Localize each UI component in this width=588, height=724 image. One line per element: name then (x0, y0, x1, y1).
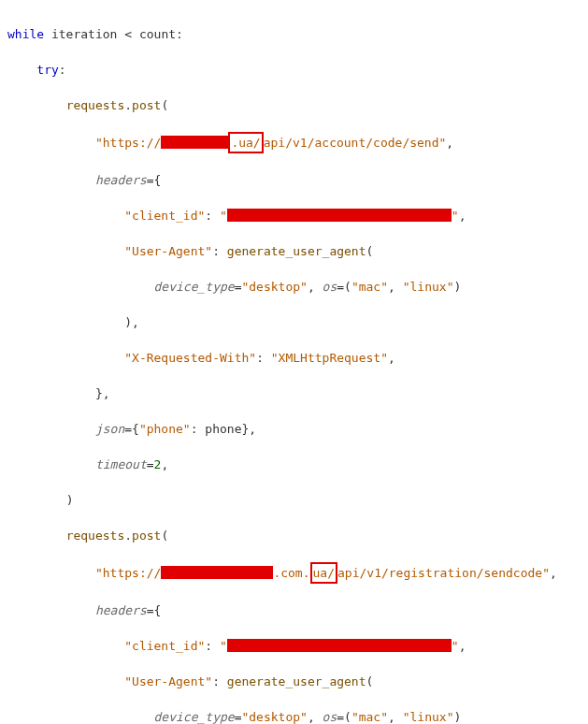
redacted-block (227, 639, 452, 652)
param-json: json (95, 422, 124, 436)
redacted-block (161, 566, 273, 579)
fn-generate: generate_user_agent (227, 244, 366, 258)
string-key: "User-Agent" (124, 674, 212, 688)
colon: : (59, 63, 66, 77)
colon: : (212, 244, 227, 258)
paren-open: ( (366, 244, 374, 258)
string-linux: "linux" (403, 280, 454, 294)
paren-open: ( (344, 710, 351, 724)
param-os: os (323, 280, 337, 294)
string-mac: "mac" (351, 710, 388, 724)
code-line: "User-Agent": generate_user_agent( (7, 242, 588, 260)
dot: . (124, 98, 132, 112)
fn-requests: requests (66, 529, 125, 543)
brace-open: { (132, 422, 139, 436)
code-line: }, (7, 384, 588, 402)
code-line: headers={ (7, 601, 588, 619)
code-line: timeout=2, (7, 456, 588, 473)
comma: , (459, 209, 466, 223)
string-key: "X-Requested-With" (124, 351, 256, 365)
dot: . (124, 529, 132, 543)
brace-open: { (154, 173, 162, 187)
code-line: headers={ (7, 171, 588, 189)
brace-close: }, (241, 422, 256, 436)
paren-open: ( (344, 280, 351, 294)
fn-generate: generate_user_agent (227, 674, 366, 688)
highlight-box-ua: ua/ (310, 562, 337, 584)
comma: , (161, 457, 168, 471)
paren-close: ) (453, 710, 461, 724)
string-url: "https:// (95, 136, 161, 150)
eq: = (337, 280, 344, 294)
string-key: "client_id" (124, 209, 205, 223)
string-desktop: "desktop" (241, 280, 307, 294)
brace-close: }, (95, 386, 110, 400)
param-device: device_type (154, 710, 235, 724)
comma: , (388, 351, 395, 365)
code-line: "client_id": "", (7, 637, 588, 655)
paren-open: ( (161, 98, 168, 112)
eq: = (337, 710, 344, 724)
code-line: "User-Agent": generate_user_agent( (7, 673, 588, 690)
comma: , (308, 710, 323, 724)
code-line: "https://.ua/api/v1/account/code/send", (7, 132, 588, 153)
param-os: os (323, 710, 337, 724)
string-url-tail: api/v1/account/code/send" (264, 136, 447, 150)
colon: : (256, 351, 271, 365)
op-lt: < (124, 27, 132, 41)
code-line: json={"phone": phone}, (7, 420, 588, 438)
paren-close: ), (124, 315, 139, 329)
string-key: "User-Agent" (124, 244, 212, 258)
highlight-box-ua: .ua/ (228, 132, 263, 153)
var-phone: phone (205, 422, 241, 436)
code-line: try: (7, 61, 588, 79)
redacted-block (227, 209, 452, 222)
string-com: .com. (273, 566, 309, 580)
redacted-block (161, 136, 228, 149)
fn-requests: requests (66, 98, 125, 112)
param-headers: headers (95, 603, 147, 617)
string-phone: "phone" (139, 422, 191, 436)
code-line: requests.post( (7, 96, 588, 114)
comma: , (459, 639, 466, 653)
comma: , (388, 280, 403, 294)
string-desktop: "desktop" (241, 710, 307, 724)
keyword-try: try (36, 63, 58, 77)
colon: : (176, 27, 183, 41)
code-line: "client_id": "", (7, 207, 588, 224)
comma: , (446, 136, 453, 150)
code-line: "X-Requested-With": "XMLHttpRequest", (7, 349, 588, 367)
string-xhr: "XMLHttpRequest" (271, 351, 388, 365)
paren-close: ) (66, 493, 74, 507)
var-count: count (139, 27, 176, 41)
code-line: device_type="desktop", os=("mac", "linux… (7, 708, 588, 724)
fn-post: post (132, 529, 161, 543)
string-key: "client_id" (124, 639, 205, 653)
paren-open: ( (161, 529, 168, 543)
code-line: "https://.com.ua/api/v1/registration/sen… (7, 562, 588, 584)
keyword-while: while (7, 27, 44, 41)
string-mac: "mac" (351, 280, 388, 294)
paren-close: ) (453, 280, 461, 294)
param-timeout: timeout (95, 457, 147, 471)
code-line: device_type="desktop", os=("mac", "linux… (7, 278, 588, 296)
code-line: requests.post( (7, 527, 588, 544)
quote: " (452, 639, 459, 653)
eq: = (147, 603, 154, 617)
fn-post: post (132, 98, 161, 112)
var-iteration: iteration (51, 27, 117, 41)
eq: = (147, 173, 154, 187)
code-line: while iteration < count: (7, 25, 588, 43)
colon: : (212, 674, 227, 688)
eq: = (124, 422, 132, 436)
string-ua: ua/ (313, 566, 335, 580)
param-device: device_type (154, 280, 235, 294)
string-ua: .ua/ (231, 136, 260, 150)
colon: : (205, 209, 220, 223)
comma: , (308, 280, 323, 294)
string-url: "https:// (95, 566, 161, 580)
comma: , (388, 710, 403, 724)
code-line: ) (7, 491, 588, 509)
eq: = (147, 457, 154, 471)
colon: : (205, 639, 220, 653)
